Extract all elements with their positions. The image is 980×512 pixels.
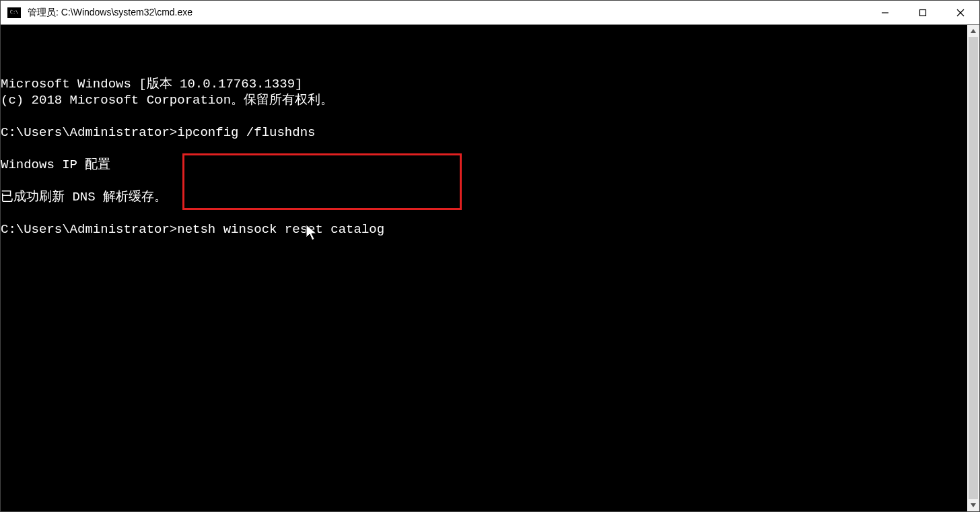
titlebar[interactable]: 管理员: C:\Windows\system32\cmd.exe bbox=[1, 1, 979, 25]
scrollbar-down-arrow-icon[interactable] bbox=[967, 499, 979, 511]
scrollbar-up-arrow-icon[interactable] bbox=[967, 25, 979, 37]
scrollbar-thumb[interactable] bbox=[969, 37, 978, 499]
terminal-line bbox=[1, 205, 967, 221]
vertical-scrollbar[interactable] bbox=[967, 25, 979, 511]
terminal-line bbox=[1, 173, 967, 189]
svg-rect-1 bbox=[920, 9, 926, 15]
svg-marker-6 bbox=[971, 503, 976, 507]
cmd-icon bbox=[7, 7, 21, 18]
window-title: 管理员: C:\Windows\system32\cmd.exe bbox=[28, 7, 866, 19]
terminal-container: Microsoft Windows [版本 10.0.17763.1339](c… bbox=[1, 25, 979, 511]
maximize-button[interactable] bbox=[904, 1, 942, 24]
terminal-line: C:\Users\Administrator>netsh winsock res… bbox=[1, 221, 967, 237]
scrollbar-track[interactable] bbox=[967, 37, 979, 499]
cmd-window: 管理员: C:\Windows\system32\cmd.exe Microso… bbox=[0, 0, 980, 512]
terminal-line: Windows IP 配置 bbox=[1, 157, 967, 173]
minimize-button[interactable] bbox=[866, 1, 904, 24]
terminal-line bbox=[1, 108, 967, 124]
terminal-line bbox=[1, 141, 967, 157]
terminal-line: C:\Users\Administrator>ipconfig /flushdn… bbox=[1, 124, 967, 141]
close-button[interactable] bbox=[942, 1, 979, 24]
terminal-line: Microsoft Windows [版本 10.0.17763.1339] bbox=[1, 76, 967, 92]
terminal-line: 已成功刷新 DNS 解析缓存。 bbox=[1, 189, 967, 205]
window-controls bbox=[866, 1, 979, 24]
terminal-output[interactable]: Microsoft Windows [版本 10.0.17763.1339](c… bbox=[1, 25, 967, 511]
terminal-line: (c) 2018 Microsoft Corporation。保留所有权利。 bbox=[1, 92, 967, 108]
svg-marker-5 bbox=[971, 29, 976, 33]
